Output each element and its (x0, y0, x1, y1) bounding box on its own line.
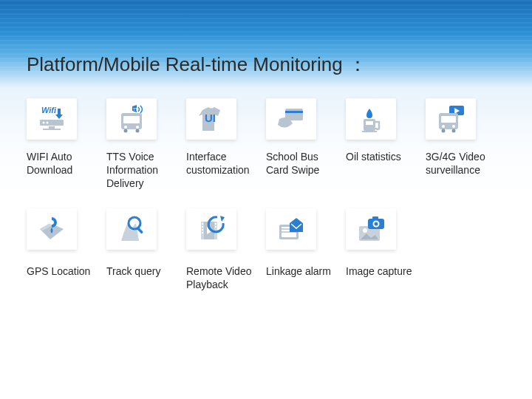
svg-point-9 (124, 126, 127, 129)
feature-image-capture: Image capture (346, 208, 420, 291)
feature-label: Oil statistics (346, 150, 401, 163)
feature-label: Interface customization (186, 150, 260, 177)
feature-label: 3G/4G Video surveillance (426, 150, 499, 177)
svg-point-26 (50, 220, 54, 225)
track-magnifier-icon (106, 208, 157, 250)
svg-point-12 (136, 129, 140, 133)
wifi-download-icon: Wifi (27, 98, 77, 140)
svg-rect-33 (202, 226, 203, 228)
svg-rect-36 (215, 223, 216, 225)
svg-rect-35 (202, 232, 203, 233)
feature-gps-location: GPS Location (27, 208, 100, 291)
feature-label: School Bus Card Swipe (266, 150, 340, 177)
alarm-mail-icon (266, 208, 316, 250)
svg-point-2 (43, 122, 45, 124)
slide-content: Platform/Mobile Real-time Monitoring ： W… (0, 0, 532, 291)
svg-point-25 (452, 129, 456, 133)
svg-point-23 (452, 125, 455, 128)
svg-text:Wifi: Wifi (41, 106, 57, 115)
svg-rect-32 (202, 223, 203, 225)
svg-point-43 (363, 228, 367, 233)
feature-label: Remote Video Playback (186, 265, 260, 291)
page-title: Platform/Mobile Real-time Monitoring ： (27, 52, 505, 78)
feature-tts-voice: TTS TTS Voice Information Delivery (106, 98, 180, 191)
svg-point-10 (136, 126, 139, 129)
svg-text:UI: UI (205, 112, 216, 124)
ui-shirt-icon: UI (186, 98, 236, 140)
feature-interface-customization: UI Interface customization (186, 98, 260, 191)
feature-linkage-alarm: Linkage alarm (266, 208, 340, 291)
feature-remote-playback: Remote Video Playback (186, 208, 260, 291)
feature-label: TTS Voice Information Delivery (106, 150, 180, 191)
feature-video-surveillance: 3G/4G Video surveillance (426, 98, 499, 191)
feature-card-swipe: School Bus Card Swipe (266, 98, 340, 191)
svg-point-3 (47, 122, 49, 124)
svg-point-47 (375, 222, 378, 225)
fuel-pump-icon (346, 98, 396, 140)
svg-rect-21 (441, 116, 456, 123)
video-bus-icon (426, 98, 476, 140)
svg-rect-45 (372, 216, 378, 219)
svg-point-22 (442, 125, 445, 128)
feature-label: WIFI Auto Download (27, 150, 100, 177)
svg-point-11 (124, 129, 128, 133)
svg-rect-8 (123, 116, 140, 123)
feature-label: Track query (106, 265, 160, 278)
feature-grid: Wifi WIFI Auto Download TTS (27, 98, 505, 291)
svg-rect-15 (285, 111, 303, 113)
feature-wifi-download: Wifi WIFI Auto Download (27, 98, 100, 191)
svg-rect-18 (362, 131, 377, 132)
feature-oil-statistics: Oil statistics (346, 98, 420, 191)
svg-rect-17 (366, 121, 373, 125)
camera-image-icon (346, 208, 396, 250)
svg-point-24 (442, 129, 446, 133)
feature-label: GPS Location (27, 265, 90, 278)
tts-bus-icon: TTS (106, 98, 157, 140)
feature-label: Image capture (346, 265, 412, 278)
svg-rect-4 (49, 126, 55, 129)
svg-rect-37 (215, 226, 216, 228)
feature-label: Linkage alarm (266, 265, 331, 278)
video-playback-icon (186, 208, 236, 250)
svg-rect-34 (202, 229, 203, 231)
feature-track-query: Track query (106, 208, 180, 291)
card-swipe-icon (266, 98, 316, 140)
svg-rect-5 (43, 129, 61, 130)
gps-pin-icon (27, 208, 77, 250)
